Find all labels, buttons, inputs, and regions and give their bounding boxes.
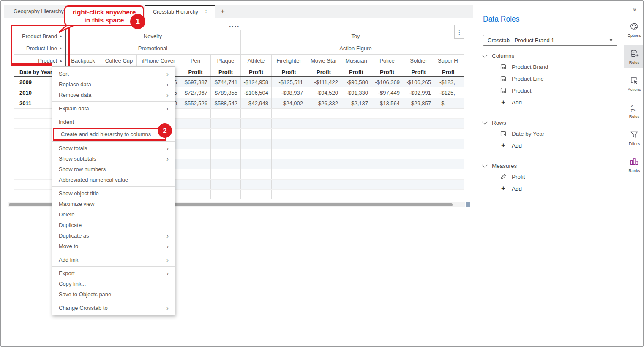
menu-item[interactable]: Delete xyxy=(52,209,175,220)
menu-item[interactable]: Sort› xyxy=(52,68,175,79)
crosstab-value-cell[interactable]: $789,855 xyxy=(211,87,241,98)
rail-button-actions[interactable]: Actions xyxy=(624,72,644,96)
crosstab-product-header[interactable]: Police xyxy=(371,55,403,67)
crosstab-line-header[interactable]: Promotional xyxy=(65,42,241,54)
crosstab-value-cell[interactable]: -$125, xyxy=(434,87,464,98)
crosstab-product-header[interactable]: Musician xyxy=(341,55,371,67)
crosstab-product-header[interactable]: Super H xyxy=(434,55,464,67)
crosstab-product-header[interactable]: Movie Star xyxy=(306,55,341,67)
crosstab-empty-cell xyxy=(272,180,306,189)
role-section-header[interactable]: Columns xyxy=(483,51,619,61)
crosstab-value-cell[interactable]: -$124,958 xyxy=(241,77,272,87)
collapse-panel-button[interactable]: » xyxy=(624,6,644,14)
menu-item[interactable]: Export› xyxy=(52,268,175,279)
crosstab-value-cell[interactable]: -$90,580 xyxy=(341,77,371,87)
crosstab-value-cell[interactable]: -$111,422 xyxy=(306,77,341,87)
step-1-badge: 1 xyxy=(130,14,145,29)
role-item-product-brand[interactable]: Product Brand xyxy=(483,61,619,73)
crosstab-value-cell[interactable]: -$29,857 xyxy=(403,98,434,108)
crosstab-value-cell[interactable]: $588,542 xyxy=(211,98,241,108)
menu-item[interactable]: Change Crosstab to› xyxy=(52,303,175,313)
menu-item[interactable]: Remove data› xyxy=(52,90,175,100)
menu-item[interactable]: Indent xyxy=(52,117,175,127)
crosstab-product-header[interactable]: Plaque xyxy=(211,55,241,67)
crosstab-value-cell[interactable]: -$2,137 xyxy=(341,98,371,108)
rail-button-label: Filters xyxy=(629,141,640,146)
crosstab-value-cell[interactable]: -$97,449 xyxy=(371,87,403,98)
crosstab-value-cell[interactable]: -$13,564 xyxy=(371,98,403,108)
menu-item[interactable]: Save to Objects pane xyxy=(52,289,175,300)
crosstab-value-cell[interactable]: -$92,991 xyxy=(403,87,434,98)
object-menu-button[interactable]: ⋮ xyxy=(454,25,464,39)
rail-button-filters[interactable]: Filters xyxy=(624,126,644,150)
menu-item[interactable]: Copy link... xyxy=(52,279,175,289)
menu-item[interactable]: Show row numbers xyxy=(52,164,175,175)
crosstab-product-header[interactable]: Athlete xyxy=(241,55,272,67)
menu-item[interactable]: Show object title xyxy=(52,188,175,199)
crosstab-product-header[interactable]: Coffee Cup xyxy=(101,55,137,67)
crosstab-value-cell[interactable]: -$24,002 xyxy=(272,98,306,108)
crosstab-value-cell[interactable]: $744,741 xyxy=(211,77,241,87)
menu-item[interactable]: Duplicate as› xyxy=(52,230,175,241)
tab-geography-hierarchy[interactable]: Geography Hierarchy xyxy=(4,5,73,18)
role-item-profit[interactable]: Profit xyxy=(483,171,619,183)
crosstab-value-cell[interactable]: -$42,948 xyxy=(241,98,272,108)
crosstab-product-header[interactable]: Soldier xyxy=(403,55,434,67)
role-section-header[interactable]: Rows xyxy=(483,117,619,128)
rail-button-ranks[interactable]: Ranks xyxy=(624,153,644,177)
rail-button-rules[interactable]: <=≠>Rules xyxy=(624,99,644,123)
role-item-product[interactable]: Product xyxy=(483,85,619,96)
crosstab-value-cell[interactable]: $727,967 xyxy=(180,87,211,98)
crosstab-value-cell[interactable]: $552,526 xyxy=(180,98,211,108)
add-role-button[interactable]: +Add xyxy=(483,183,619,194)
submenu-arrow-icon: › xyxy=(166,68,169,79)
menu-item[interactable]: Duplicate xyxy=(52,220,175,230)
crosstab-value-cell[interactable]: -$125,511 xyxy=(272,77,306,87)
add-page-button[interactable]: + xyxy=(216,5,229,18)
tab-crosstab-hierarchy[interactable]: Crosstab Hierarchy ⋮ xyxy=(145,5,215,18)
tab-label: Geography Hierarchy xyxy=(14,8,64,14)
menu-item[interactable]: Add link› xyxy=(52,254,175,265)
crosstab-value-cell[interactable]: -$94,520 xyxy=(306,87,341,98)
crosstab-product-header[interactable]: iPhone Cover xyxy=(137,55,180,67)
menu-item[interactable]: Abbreviated numerical value xyxy=(52,175,175,185)
rail-button-options[interactable]: Options xyxy=(624,18,644,41)
crosstab-value-cell[interactable]: -$106,369 xyxy=(371,77,403,87)
funnel-icon xyxy=(630,130,639,139)
crosstab-value-cell[interactable]: -$106,265 xyxy=(403,77,434,87)
menu-item[interactable]: Maximize view xyxy=(52,199,175,209)
crosstab-value-cell[interactable]: $697,387 xyxy=(180,77,211,87)
object-selector-dropdown[interactable]: Crosstab - Product Brand 1 xyxy=(483,35,617,46)
crosstab-brand-header[interactable]: Novelty xyxy=(65,30,241,42)
crosstab-empty-cell xyxy=(272,119,306,128)
menu-item[interactable]: Show subtotals› xyxy=(52,153,175,164)
role-item-label: Date by Year xyxy=(512,131,544,137)
rail-button-roles[interactable]: Roles xyxy=(624,45,644,68)
crosstab-product-header[interactable]: Firefighter xyxy=(272,55,306,67)
object-drag-handle[interactable]: ···· xyxy=(229,23,240,30)
scrollbar-corner xyxy=(466,202,470,207)
crosstab-line-header[interactable]: Action Figure xyxy=(241,42,464,54)
menu-item[interactable]: Explain data› xyxy=(52,103,175,114)
crosstab-brand-header[interactable]: Toy xyxy=(241,30,464,42)
crosstab-value-cell[interactable]: -$26,332 xyxy=(306,98,341,108)
role-section-header[interactable]: Measures xyxy=(483,161,619,171)
crosstab-empty-cell xyxy=(403,139,434,149)
menu-item[interactable]: Create and add hierarchy to columns2 xyxy=(54,129,165,139)
crosstab-value-cell[interactable]: -$ xyxy=(434,98,464,108)
menu-item[interactable]: Move to› xyxy=(52,241,175,251)
crosstab-value-cell[interactable]: -$98,937 xyxy=(272,87,306,98)
menu-item[interactable]: Replace data› xyxy=(52,79,175,90)
crosstab-empty-cell xyxy=(306,129,341,139)
add-role-button[interactable]: +Add xyxy=(483,139,619,151)
tab-menu-icon[interactable]: ⋮ xyxy=(200,9,215,15)
role-item-date-by-year[interactable]: Date by Year xyxy=(483,128,619,139)
add-role-button[interactable]: +Add xyxy=(483,96,619,108)
crosstab-product-header[interactable]: Pen xyxy=(180,55,211,67)
crosstab-value-cell[interactable]: -$106,504 xyxy=(241,87,272,98)
crosstab-value-cell[interactable]: -$91,330 xyxy=(341,87,371,98)
role-item-product-line[interactable]: Product Line xyxy=(483,73,619,85)
crosstab-value-cell[interactable]: -$123, xyxy=(434,77,464,87)
menu-item[interactable]: Show totals› xyxy=(52,143,175,153)
crosstab-product-header[interactable]: Backpack xyxy=(65,55,101,67)
